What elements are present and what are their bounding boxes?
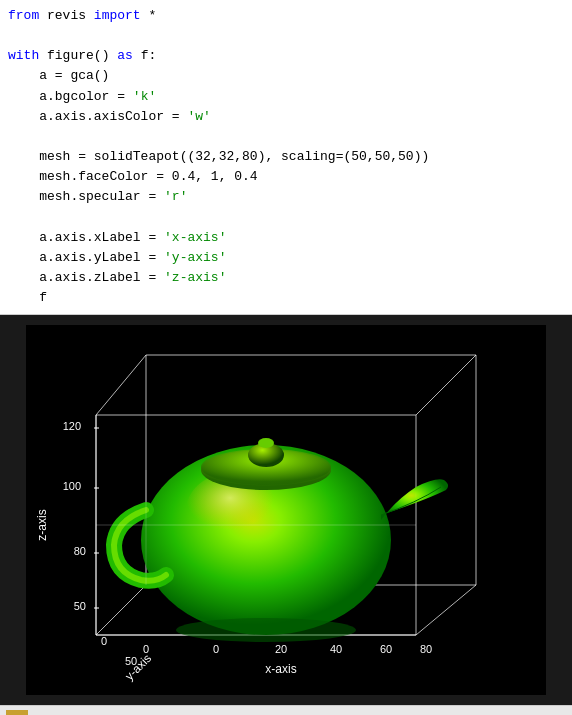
svg-text:50: 50 bbox=[125, 655, 137, 667]
code-line: a.bgcolor = 'k' bbox=[8, 87, 564, 107]
status-icon[interactable]: ⬇ bbox=[6, 710, 28, 715]
svg-text:80: 80 bbox=[74, 545, 86, 557]
svg-text:x-axis: x-axis bbox=[265, 662, 296, 676]
code-editor: from revis import * with figure() as f: … bbox=[0, 0, 572, 315]
code-line: a.axis.yLabel = 'y-axis' bbox=[8, 248, 564, 268]
code-line: from revis import * bbox=[8, 6, 564, 26]
svg-text:50: 50 bbox=[74, 600, 86, 612]
svg-point-35 bbox=[176, 618, 356, 642]
code-line bbox=[8, 26, 564, 46]
code-line: mesh = solidTeapot((32,32,80), scaling=(… bbox=[8, 147, 564, 167]
svg-text:z-axis: z-axis bbox=[35, 509, 49, 540]
code-line: a = gca() bbox=[8, 66, 564, 86]
svg-text:40: 40 bbox=[330, 643, 342, 655]
app-window: from revis import * with figure() as f: … bbox=[0, 0, 572, 715]
svg-text:20: 20 bbox=[275, 643, 287, 655]
code-line: mesh.specular = 'r' bbox=[8, 187, 564, 207]
code-line: f bbox=[8, 288, 564, 308]
svg-point-34 bbox=[258, 438, 274, 448]
code-line: a.axis.axisColor = 'w' bbox=[8, 107, 564, 127]
code-line: a.axis.zLabel = 'z-axis' bbox=[8, 268, 564, 288]
svg-text:60: 60 bbox=[380, 643, 392, 655]
plot-canvas: 120 100 80 50 z-axis y-axis 0 50 0 0 20 … bbox=[26, 325, 546, 695]
code-line: a.axis.xLabel = 'x-axis' bbox=[8, 228, 564, 248]
svg-text:120: 120 bbox=[63, 420, 81, 432]
statusbar: ⬇ bbox=[0, 705, 572, 715]
svg-text:0: 0 bbox=[101, 635, 107, 647]
svg-text:100: 100 bbox=[63, 480, 81, 492]
code-line: with figure() as f: bbox=[8, 46, 564, 66]
plot-area: 120 100 80 50 z-axis y-axis 0 50 0 0 20 … bbox=[0, 315, 572, 705]
code-line bbox=[8, 127, 564, 147]
svg-text:0: 0 bbox=[143, 643, 149, 655]
svg-text:80: 80 bbox=[420, 643, 432, 655]
code-line: mesh.faceColor = 0.4, 1, 0.4 bbox=[8, 167, 564, 187]
svg-text:0: 0 bbox=[213, 643, 219, 655]
code-line bbox=[8, 207, 564, 227]
